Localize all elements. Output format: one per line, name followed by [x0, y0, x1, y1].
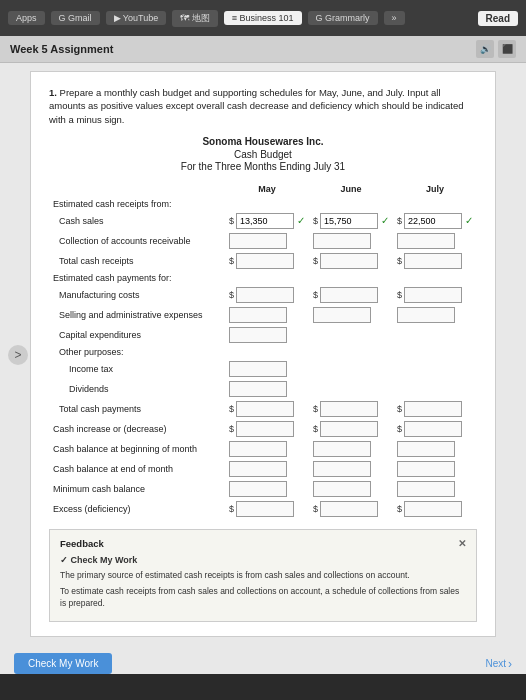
total-receipts-june-input[interactable] [320, 253, 378, 269]
browser-bar: Apps G Gmail ▶ YouTube 🗺 地图 ≡ Business 1… [0, 0, 526, 36]
company-name: Sonoma Housewares Inc. [49, 136, 477, 147]
row-cell [225, 325, 309, 345]
document-title: Cash Budget [49, 149, 477, 160]
collection-ar-july-input[interactable] [397, 233, 455, 249]
cash-balance-beg-may-input[interactable] [229, 441, 287, 457]
excess-may-input[interactable] [236, 501, 294, 517]
row-cell: $ [309, 251, 393, 271]
check-my-work-button[interactable]: Check My Work [14, 653, 112, 674]
assignment-title: Week 5 Assignment [10, 43, 113, 55]
feedback-close-button[interactable]: ✕ [458, 538, 466, 549]
tab-maps[interactable]: 🗺 地图 [172, 10, 218, 27]
dollar-sign: $ [397, 504, 402, 514]
min-cash-june-input[interactable] [313, 481, 371, 497]
row-cell [309, 231, 393, 251]
manuf-costs-july-input[interactable] [404, 287, 462, 303]
cash-balance-end-june-input[interactable] [313, 461, 371, 477]
row-cell-may: $ ✓ [225, 211, 309, 231]
nav-arrow-left[interactable]: > [8, 345, 28, 365]
camera-icon[interactable]: ⬛ [498, 40, 516, 58]
row-label: Cash sales [49, 211, 225, 231]
budget-table: May June July Estimated cash receipts fr… [49, 178, 477, 519]
cash-balance-beg-july-input[interactable] [397, 441, 455, 457]
row-cell [225, 439, 309, 459]
row-label: Excess (deficiency) [49, 499, 225, 519]
selling-admin-july-input[interactable] [397, 307, 455, 323]
excess-july-input[interactable] [404, 501, 462, 517]
row-label: Total cash receipts [49, 251, 225, 271]
manuf-costs-may-input[interactable] [236, 287, 294, 303]
cash-balance-end-july-input[interactable] [397, 461, 455, 477]
selling-admin-may-input[interactable] [229, 307, 287, 323]
total-payments-may-input[interactable] [236, 401, 294, 417]
row-cell [225, 345, 309, 359]
feedback-text-2: To estimate cash receipts from cash sale… [60, 585, 466, 611]
dollar-sign: $ [229, 256, 234, 266]
cash-increase-july-input[interactable] [404, 421, 462, 437]
table-row: Cash balance at beginning of month [49, 439, 477, 459]
row-cell [309, 459, 393, 479]
excess-june-input[interactable] [320, 501, 378, 517]
row-cell [393, 479, 477, 499]
row-cell [309, 345, 393, 359]
cash-increase-may-input[interactable] [236, 421, 294, 437]
cash-balance-beg-june-input[interactable] [313, 441, 371, 457]
table-body: Estimated cash receipts from: Cash sales… [49, 197, 477, 519]
table-row: Total cash payments $ $ [49, 399, 477, 419]
row-cell [309, 271, 393, 285]
feedback-section: Feedback ✕ ✓ Check My Work The primary s… [49, 529, 477, 622]
row-label: Cash increase or (decrease) [49, 419, 225, 439]
row-cell [393, 379, 477, 399]
row-cell [393, 359, 477, 379]
income-tax-may-input[interactable] [229, 361, 287, 377]
next-button[interactable]: Next › [485, 657, 512, 671]
cash-balance-end-may-input[interactable] [229, 461, 287, 477]
table-row: Cash balance at end of month [49, 459, 477, 479]
row-cell: $ [225, 251, 309, 271]
row-cell [225, 197, 309, 211]
dollar-sign: $ [229, 404, 234, 414]
row-cell: $ [225, 399, 309, 419]
row-cell [393, 439, 477, 459]
row-label: Total cash payments [49, 399, 225, 419]
table-row: Excess (deficiency) $ $ [49, 499, 477, 519]
collection-ar-may-input[interactable] [229, 233, 287, 249]
row-cell: $ [309, 499, 393, 519]
col-header-june: June [309, 178, 393, 197]
total-payments-june-input[interactable] [320, 401, 378, 417]
tab-youtube[interactable]: ▶ YouTube [106, 11, 167, 25]
tab-gmail[interactable]: G Gmail [51, 11, 100, 25]
col-header-july: July [393, 178, 477, 197]
tab-apps[interactable]: Apps [8, 11, 45, 25]
row-cell [225, 379, 309, 399]
cash-sales-june-input[interactable] [320, 213, 378, 229]
tab-grammarly[interactable]: G Grammarly [308, 11, 378, 25]
tab-more[interactable]: » [384, 11, 405, 25]
row-cell-july: $ ✓ [393, 211, 477, 231]
selling-admin-june-input[interactable] [313, 307, 371, 323]
capex-may-input[interactable] [229, 327, 287, 343]
min-cash-may-input[interactable] [229, 481, 287, 497]
dollar-sign: $ [397, 216, 402, 226]
dividends-may-input[interactable] [229, 381, 287, 397]
table-row: Estimated cash receipts from: [49, 197, 477, 211]
row-cell [393, 197, 477, 211]
cash-sales-may-input[interactable] [236, 213, 294, 229]
row-label: Dividends [49, 379, 225, 399]
total-payments-july-input[interactable] [404, 401, 462, 417]
manuf-costs-june-input[interactable] [320, 287, 378, 303]
table-row: Income tax [49, 359, 477, 379]
audio-icon[interactable]: 🔊 [476, 40, 494, 58]
table-row: Estimated cash payments for: [49, 271, 477, 285]
tab-business[interactable]: ≡ Business 101 [224, 11, 302, 25]
problem-text: 1. Prepare a monthly cash budget and sup… [49, 86, 477, 126]
read-button[interactable]: Read [478, 11, 518, 26]
cash-increase-june-input[interactable] [320, 421, 378, 437]
row-label: Minimum cash balance [49, 479, 225, 499]
total-receipts-july-input[interactable] [404, 253, 462, 269]
total-receipts-may-input[interactable] [236, 253, 294, 269]
collection-ar-june-input[interactable] [313, 233, 371, 249]
cash-sales-july-input[interactable] [404, 213, 462, 229]
min-cash-july-input[interactable] [397, 481, 455, 497]
row-cell-june: $ ✓ [309, 211, 393, 231]
